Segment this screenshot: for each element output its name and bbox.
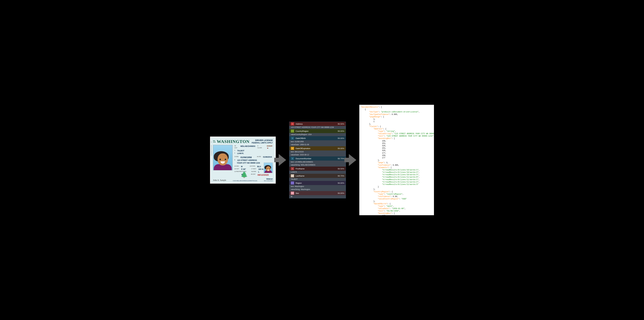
field-detail: valueCountryRegion: USA [289,133,346,136]
confidence-pct: 98.70% [338,158,344,160]
field-name: Region [296,182,302,184]
field-name: DocumentNumber [296,158,312,160]
json-output: "documentResults": [ { "docType": "prebu… [359,105,434,215]
swatch-icon: 1 [291,147,294,150]
result-field-dateofexpiration[interactable]: 1DateOfExpiration99.00% [289,146,346,150]
confidence-pct: 99.00% [338,137,344,140]
tree-icon: 🌲 [240,171,248,178]
arrow-icon [349,154,356,166]
field-name: CountryRegion [296,130,308,132]
confidence-pct: 99.00% [338,147,344,150]
arrow-icon [279,154,286,166]
confidence-pct: 99.00% [338,130,344,132]
swatch-icon [291,182,294,184]
side-barcode: 1234567XX1101 20 [211,141,212,156]
pipeline-diagram: 1234567XX1101 20 WAUSA WASHINGTON DRIVER… [210,105,434,215]
result-field-address[interactable]: 1Address96.50% [289,122,346,126]
field-name: DateOfBirth [296,137,306,140]
result-field-firstname[interactable]: 1FirstName98.50% [289,166,346,171]
result-field-countryregion[interactable]: CountryRegion99.00% [289,129,346,133]
license-card: 1234567XX1101 20 WAUSA WASHINGTON DRIVER… [210,136,276,184]
swatch-icon [291,130,294,132]
field-detail: valueString: Washington [289,188,346,191]
result-field-documentnumber[interactable]: 1DocumentNumber98.70% [289,156,346,160]
swatch-icon: 1 [291,167,294,170]
field-detail: M [289,195,346,198]
swatch-icon: 1 [291,122,294,125]
field-detail: valueString: WDLABCD456DG [289,164,346,166]
confidence-pct: 96.50% [338,123,344,125]
field-detail: text: 01/06/1958 [289,140,346,143]
confidence-pct: 99.00% [338,182,344,184]
swatch-icon: 1 [291,157,294,160]
signature: John A. Sample [213,179,226,182]
field-name: Sex [296,192,299,194]
swatch-icon: 1 [291,192,294,195]
confidence-pct: 98.70% [338,175,344,177]
field-detail: text: LIC#WDLABCD456DG [289,160,346,164]
field-detail: TALBOT [289,178,346,181]
state-name: WASHINGTON [217,139,250,144]
ghost-photo [264,162,273,173]
field-detail: text: 08/12/2020 [289,150,346,154]
swatch-icon: 1 [291,174,294,177]
license-title: DRIVER LICENSE [252,139,273,142]
result-field-sex[interactable]: 1Sex99.00% [289,191,346,195]
results-panel: 1Address96.50%123 STREET ADDRESS YOUR CI… [289,122,346,198]
swatch-icon: 1 [291,137,294,140]
field-name: LastName [296,175,304,177]
result-field-region[interactable]: Region99.00% [289,181,346,185]
result-field-lastname[interactable]: 1LastName98.70% [289,174,346,178]
field-detail: text: Washington [289,185,346,188]
photo [213,145,232,170]
field-name: DateOfExpiration [296,147,310,150]
field-name: FirstName [296,168,304,170]
confidence-pct: 98.50% [338,168,344,170]
field-detail: valueDate: 1958-01-06 [289,143,346,146]
license-subtitle: FEDERAL LIMITS APPLY [252,142,273,144]
result-field-dateofbirth[interactable]: 1DateOfBirth99.00% [289,136,346,140]
field-detail: 123 STREET ADDRESS YOUR CITY WA 99999-12… [289,126,346,129]
field-detail: valueDate: 2020-08-12 [289,154,346,156]
field-detail: LIAM R. [289,171,346,174]
field-name: Address [296,123,303,125]
confidence-pct: 99.00% [338,192,344,194]
